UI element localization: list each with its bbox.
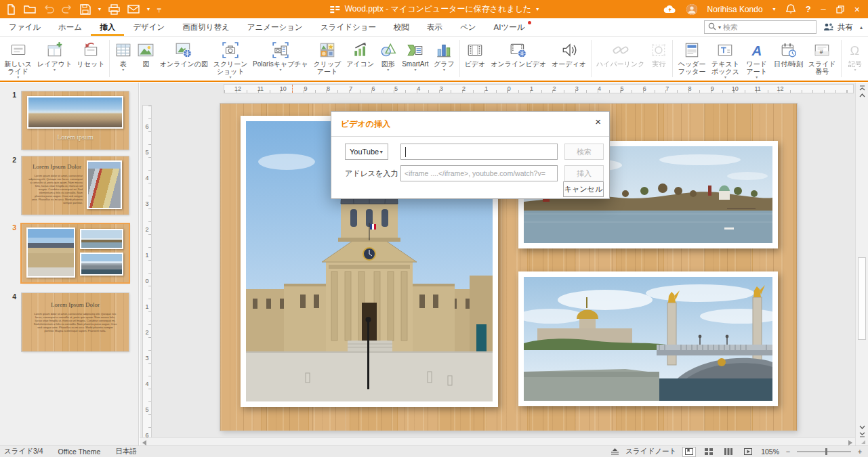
slide-thumbnail-2[interactable]: Lorem Ipsum Dolor Lorem ipsum dolor sit …: [22, 156, 129, 215]
vertical-scrollbar[interactable]: [855, 83, 868, 445]
mail-icon[interactable]: [127, 5, 140, 14]
ribbon-button-reset[interactable]: リセット: [75, 39, 107, 68]
ribbon-button-audio[interactable]: オーディオ: [549, 39, 589, 68]
tab-9[interactable]: ペン: [451, 18, 485, 36]
tab-0[interactable]: ファイル: [0, 18, 49, 36]
slideshow-view-button[interactable]: [741, 447, 755, 457]
ribbon-button-label: ワードアート: [745, 60, 768, 75]
print-icon[interactable]: [108, 4, 120, 15]
ribbon-button-chart[interactable]: グラフ▾: [431, 39, 457, 72]
statusbar-right: スライドノート 105% − +: [611, 447, 868, 457]
video-provider-select[interactable]: YouTube ▼: [345, 144, 388, 160]
slide-thumbnail-3-selected[interactable]: [22, 224, 129, 282]
slide-thumbnail-1[interactable]: Lorem ipsum: [22, 91, 129, 150]
cloud-upload-icon[interactable]: [663, 5, 676, 14]
ribbon-button-screenshot[interactable]: スクリーンショット▾: [211, 39, 251, 80]
ribbon-button-slide-number[interactable]: #スライド番号: [806, 39, 839, 75]
notifications-bell-icon[interactable]: [786, 4, 795, 14]
share-button[interactable]: 共有: [823, 22, 853, 32]
minimize-icon[interactable]: –: [821, 4, 826, 14]
ruler-number: 11: [751, 85, 764, 92]
theme-name[interactable]: Office Theme: [58, 448, 101, 456]
cancel-button[interactable]: キャンセル: [563, 181, 604, 197]
zoom-slider[interactable]: [797, 451, 851, 452]
ribbon-search-box[interactable]: ▾: [704, 20, 817, 34]
tab-6[interactable]: スライドショー: [312, 18, 385, 36]
slide-number-label: 2: [5, 156, 16, 164]
save-dropdown-caret-icon[interactable]: ▾: [98, 7, 101, 12]
ribbon-group-separator: [109, 40, 110, 77]
save-icon[interactable]: [80, 4, 91, 15]
ribbon-button-table[interactable]: 表▾: [112, 39, 135, 72]
ribbon-button-smartart[interactable]: SmartArt▾: [399, 39, 431, 72]
insert-video-dialog: ビデオの挿入 × YouTube ▼ 検索 アドレスを入力 挿入 キャンセル: [331, 111, 610, 199]
scrollbar-thumb[interactable]: [858, 257, 866, 340]
tab-8[interactable]: 表示: [418, 18, 451, 36]
mail-dropdown-caret-icon[interactable]: ▾: [147, 7, 150, 12]
polaris-capture-icon: [272, 40, 289, 60]
slide-thumbnail-4[interactable]: Lorem Ipsum Dolor Lorem ipsum dolor sit …: [22, 293, 129, 351]
scroll-down-icon[interactable]: [856, 425, 868, 429]
slide-notes-label[interactable]: スライドノート: [625, 447, 676, 456]
scroll-left-arrow-icon[interactable]: [142, 440, 146, 445]
ribbon-button-online-video[interactable]: オンラインビデオ: [488, 39, 549, 68]
video-address-input[interactable]: [401, 166, 557, 181]
slide-photo-bridge[interactable]: [518, 271, 778, 406]
tab-4[interactable]: 画面切り替え: [173, 18, 239, 36]
ribbon-button-video[interactable]: ビデオ: [462, 39, 489, 68]
horizontal-scrollbar[interactable]: [140, 437, 855, 445]
share-people-icon: [823, 22, 834, 32]
next-slide-icon[interactable]: [856, 432, 868, 438]
tab-5[interactable]: アニメーション: [239, 18, 312, 36]
ribbon-button-clipart[interactable]: クリップアート: [310, 39, 344, 75]
ruler-number: 9: [299, 85, 312, 92]
scroll-up-icon[interactable]: [856, 93, 868, 97]
user-name[interactable]: Norihisa Kondo: [707, 5, 763, 14]
title-dropdown-caret-icon[interactable]: ▾: [536, 7, 539, 12]
ribbon-button-shapes[interactable]: 図形▾: [377, 39, 400, 72]
notes-page-view-button[interactable]: [722, 447, 735, 457]
new-document-icon[interactable]: [6, 4, 16, 15]
dialog-divider: [331, 136, 609, 137]
collapse-ribbon-caret-icon[interactable]: ▴: [860, 24, 863, 30]
customize-toolbar-icon[interactable]: ╤: [157, 7, 161, 12]
zoom-slider-thumb[interactable]: [825, 448, 827, 455]
video-search-input[interactable]: [400, 144, 558, 160]
tab-1[interactable]: ホーム: [49, 18, 91, 36]
restore-window-icon[interactable]: [836, 5, 844, 14]
ribbon-button-polaris-capture[interactable]: Polarisキャプチャ▾: [251, 39, 310, 72]
ribbon-button-datetime[interactable]: 日付/時刻: [772, 39, 806, 68]
ribbon-button-textbox[interactable]: テキストボックス▾: [709, 39, 742, 80]
user-avatar[interactable]: [686, 4, 697, 15]
document-title-area[interactable]: Wood.pptx - マイコンピューターに保存されました ▾: [329, 3, 539, 15]
ribbon-button-new-slide[interactable]: 新しいスライド▾: [1, 39, 35, 80]
zoom-in-button[interactable]: +: [857, 448, 863, 456]
ribbon-button-icons[interactable]: アイコン: [344, 39, 377, 68]
ribbon-button-layout[interactable]: レイアウト▾: [35, 39, 74, 72]
tab-3[interactable]: デザイン: [124, 18, 173, 36]
thumbnail-photo-dome: [26, 227, 75, 278]
slide-sorter-view-button[interactable]: [702, 447, 716, 457]
ribbon-button-picture[interactable]: 図: [135, 39, 158, 68]
search-scope-caret-icon[interactable]: ▾: [718, 24, 721, 30]
zoom-level[interactable]: 105%: [761, 448, 779, 456]
online-picture-icon: [175, 40, 192, 60]
language-indicator[interactable]: 日本語: [115, 447, 137, 456]
scroll-right-arrow-icon[interactable]: [848, 440, 852, 445]
zoom-out-button[interactable]: −: [785, 448, 791, 456]
dialog-close-icon[interactable]: ×: [595, 116, 601, 127]
close-icon[interactable]: ×: [854, 4, 860, 15]
help-icon[interactable]: ?: [806, 4, 811, 14]
open-folder-icon[interactable]: [24, 4, 36, 14]
ribbon-button-header-footer[interactable]: ヘッダーフッター: [675, 39, 708, 75]
tab-ai-tools[interactable]: AIツール: [485, 18, 534, 36]
previous-slide-icon[interactable]: [856, 85, 868, 91]
search-input[interactable]: [723, 23, 819, 31]
user-dropdown-caret-icon[interactable]: ▾: [773, 7, 776, 12]
ribbon-button-wordart[interactable]: Aワードアート▾: [742, 39, 771, 80]
tab-2[interactable]: 挿入: [91, 18, 124, 36]
tab-7[interactable]: 校閲: [385, 18, 418, 36]
normal-view-button[interactable]: [682, 447, 696, 457]
slide-notes-icon[interactable]: [611, 448, 619, 456]
ribbon-button-online-picture[interactable]: オンラインの図: [157, 39, 210, 68]
